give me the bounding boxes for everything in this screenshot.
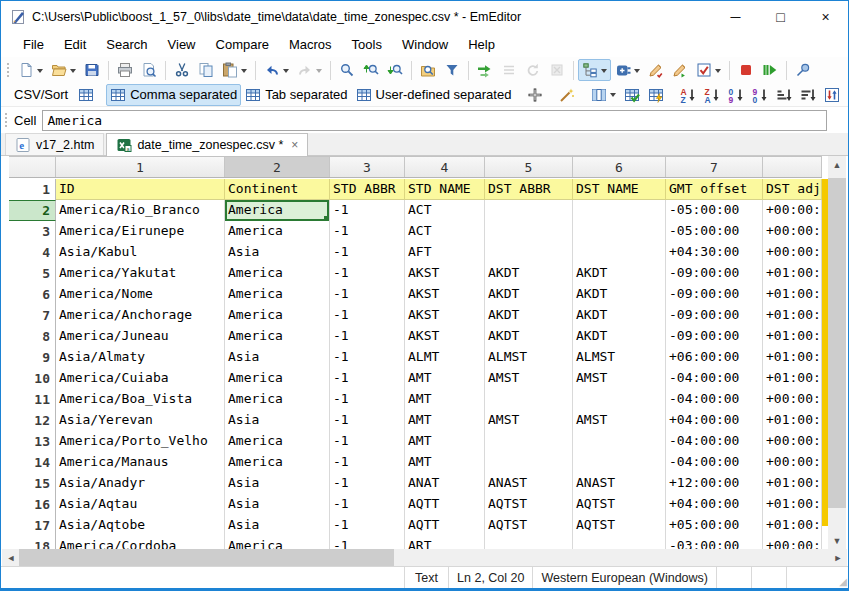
cell[interactable]: +04:30:00 bbox=[666, 242, 763, 263]
menu-macros[interactable]: Macros bbox=[279, 32, 342, 57]
cell[interactable]: America bbox=[225, 263, 330, 284]
cell[interactable]: Asia bbox=[225, 242, 330, 263]
run-button[interactable] bbox=[758, 59, 782, 81]
header-cell[interactable]: STD ABBR bbox=[330, 179, 405, 200]
row-number[interactable]: 9 bbox=[9, 347, 56, 368]
cell[interactable]: -1 bbox=[330, 242, 405, 263]
dropdown-arrow-icon[interactable] bbox=[241, 69, 247, 76]
row-number[interactable]: 18 bbox=[9, 536, 56, 549]
row-number[interactable]: 10 bbox=[9, 368, 56, 389]
header-cell[interactable]: DST NAME bbox=[573, 179, 666, 200]
menu-window[interactable]: Window bbox=[392, 32, 458, 57]
compare-button[interactable] bbox=[473, 59, 497, 81]
cell[interactable]: +00:00: bbox=[763, 221, 822, 242]
find-in-files-button[interactable] bbox=[416, 59, 440, 81]
cell[interactable]: ART bbox=[405, 536, 485, 549]
csv-options-button[interactable] bbox=[74, 84, 98, 106]
paste-button[interactable] bbox=[218, 59, 251, 81]
cell[interactable]: -1 bbox=[330, 200, 405, 221]
cell[interactable]: Asia bbox=[225, 410, 330, 431]
close-button[interactable]: × bbox=[803, 1, 848, 32]
row-number[interactable]: 5 bbox=[9, 263, 56, 284]
cell[interactable]: +00:00: bbox=[763, 389, 822, 410]
stop-button[interactable] bbox=[734, 59, 758, 81]
cell[interactable]: America/Manaus bbox=[56, 452, 225, 473]
cell[interactable]: ALMST bbox=[573, 347, 666, 368]
cell[interactable]: AKDT bbox=[485, 263, 573, 284]
tab-date-time-zonespec-csv[interactable]: adate_time_zonespec.csv *× bbox=[106, 133, 308, 156]
scroll-down-icon[interactable]: ▼ bbox=[828, 532, 846, 549]
cell[interactable]: AMT bbox=[405, 431, 485, 452]
cell[interactable] bbox=[573, 242, 666, 263]
toolbar-grip[interactable] bbox=[6, 62, 10, 78]
cell[interactable]: +05:00:00 bbox=[666, 515, 763, 536]
cell[interactable] bbox=[485, 431, 573, 452]
dropdown-arrow-icon[interactable] bbox=[283, 69, 289, 76]
cell[interactable]: +04:00:00 bbox=[666, 410, 763, 431]
row-number[interactable]: 12 bbox=[9, 410, 56, 431]
cell[interactable]: AKDT bbox=[485, 305, 573, 326]
cell[interactable]: AMST bbox=[573, 410, 666, 431]
pin-button[interactable] bbox=[791, 59, 815, 81]
cell[interactable]: AQTT bbox=[405, 515, 485, 536]
cell[interactable]: -1 bbox=[330, 536, 405, 549]
cell[interactable]: +04:00:00 bbox=[666, 494, 763, 515]
show-columns-button[interactable] bbox=[587, 84, 620, 106]
find-button[interactable] bbox=[335, 59, 359, 81]
cell[interactable]: +06:00:00 bbox=[666, 347, 763, 368]
user-defined-separated-button[interactable]: User-defined separated bbox=[352, 84, 516, 106]
column-header-1[interactable]: 1 bbox=[56, 157, 225, 177]
cell-value-input[interactable] bbox=[42, 110, 827, 131]
dropdown-arrow-icon[interactable] bbox=[715, 69, 721, 76]
cell[interactable]: AKST bbox=[405, 284, 485, 305]
cell[interactable]: +01:00: bbox=[763, 368, 822, 389]
menu-file[interactable]: File bbox=[13, 32, 54, 57]
cell[interactable]: -09:00:00 bbox=[666, 263, 763, 284]
menu-edit[interactable]: Edit bbox=[54, 32, 96, 57]
header-cell[interactable]: DST ABBR bbox=[485, 179, 573, 200]
cell[interactable]: AQTST bbox=[485, 515, 573, 536]
cell[interactable]: -04:00:00 bbox=[666, 389, 763, 410]
cell[interactable]: -1 bbox=[330, 368, 405, 389]
cell[interactable]: AMT bbox=[405, 452, 485, 473]
play-macro-button[interactable] bbox=[668, 59, 692, 81]
resize-grip[interactable]: ◢ bbox=[839, 577, 847, 587]
cell[interactable]: +01:00: bbox=[763, 347, 822, 368]
cell[interactable]: +00:00: bbox=[763, 242, 822, 263]
cell[interactable]: America/Juneau bbox=[56, 326, 225, 347]
filter-button[interactable] bbox=[440, 59, 464, 81]
cell[interactable] bbox=[573, 221, 666, 242]
cell[interactable]: America/Boa_Vista bbox=[56, 389, 225, 410]
cell[interactable]: ANAST bbox=[485, 473, 573, 494]
dropdown-arrow-icon[interactable] bbox=[610, 93, 616, 100]
cell[interactable]: -09:00:00 bbox=[666, 284, 763, 305]
cell[interactable]: +01:00: bbox=[763, 515, 822, 536]
cell[interactable]: +00:00: bbox=[763, 452, 822, 473]
cell[interactable] bbox=[573, 200, 666, 221]
cell[interactable] bbox=[573, 431, 666, 452]
menu-view[interactable]: View bbox=[158, 32, 206, 57]
cell[interactable]: America bbox=[225, 536, 330, 549]
cell[interactable]: +01:00: bbox=[763, 305, 822, 326]
cell[interactable]: +12:00:00 bbox=[666, 473, 763, 494]
dropdown-arrow-icon[interactable] bbox=[634, 69, 640, 76]
comma-separated-button[interactable]: Comma separated bbox=[106, 84, 241, 106]
minimize-button[interactable]: ─ bbox=[713, 1, 758, 32]
cut-button[interactable] bbox=[170, 59, 194, 81]
vertical-scrollbar[interactable]: ▲ ▼ bbox=[828, 156, 846, 549]
auto-adjust-button[interactable] bbox=[555, 84, 579, 106]
cell[interactable]: -1 bbox=[330, 431, 405, 452]
cell[interactable]: -1 bbox=[330, 263, 405, 284]
cell[interactable]: America bbox=[225, 284, 330, 305]
sync-scroll-button[interactable] bbox=[497, 59, 521, 81]
cell[interactable]: Asia bbox=[225, 515, 330, 536]
close-tab-icon[interactable]: × bbox=[291, 138, 298, 152]
sort-longest-to-shortest-button[interactable] bbox=[796, 84, 820, 106]
row-number[interactable]: 2 bbox=[9, 200, 56, 221]
cell[interactable]: -05:00:00 bbox=[666, 200, 763, 221]
scroll-right-icon[interactable]: ► bbox=[829, 549, 847, 566]
cell[interactable]: -1 bbox=[330, 305, 405, 326]
cell[interactable]: Asia/Aqtobe bbox=[56, 515, 225, 536]
maximize-button[interactable]: □ bbox=[758, 1, 803, 32]
print-button[interactable] bbox=[113, 59, 137, 81]
